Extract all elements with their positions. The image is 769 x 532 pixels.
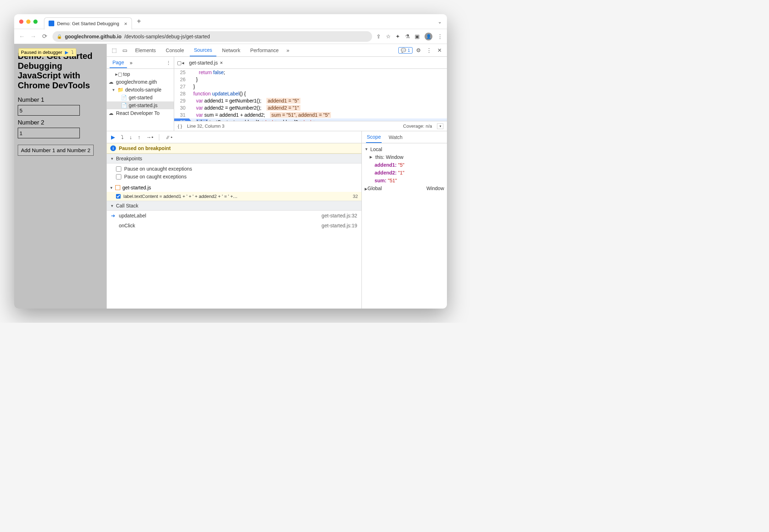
editor-tab-label: get-started.js <box>189 60 218 66</box>
chrome-menu-button[interactable]: ⋮ <box>437 33 443 40</box>
toolbar-icons: ⇪ ☆ ✦ ⚗ ▣ 👤 ⋮ <box>376 33 443 40</box>
editor-tab-close[interactable]: × <box>220 60 223 66</box>
overlay-resume-button[interactable]: ▶ <box>65 50 68 55</box>
tab-menu-button[interactable]: ⌄ <box>438 19 442 24</box>
share-icon[interactable]: ⇪ <box>376 33 381 40</box>
page-heading: Demo: Get Started Debugging JavaScript w… <box>18 51 103 90</box>
devtools-close-button[interactable]: ✕ <box>435 46 444 55</box>
code-editor: ▢◂ get-started.js × 25 return false; 26 … <box>174 57 447 131</box>
callstack-header[interactable]: ▼Call Stack <box>107 201 361 211</box>
nav-more-tabs[interactable]: » <box>130 60 133 66</box>
tab-sources[interactable]: Sources <box>190 44 216 56</box>
step-out-button[interactable]: ↑ <box>138 134 141 140</box>
nav-tab-page[interactable]: Page <box>110 57 127 68</box>
nav-menu-button[interactable]: ⋮ <box>166 60 171 66</box>
tab-title: Demo: Get Started Debugging <box>57 21 119 26</box>
resume-button[interactable]: ▶ <box>111 134 115 140</box>
close-tab-button[interactable]: × <box>124 21 127 27</box>
messages-badge[interactable]: 💬 1 <box>398 47 413 54</box>
tab-performance[interactable]: Performance <box>246 45 283 56</box>
device-toggle-icon[interactable]: ▭ <box>120 46 129 55</box>
tab-console[interactable]: Console <box>161 45 188 56</box>
tree-folder[interactable]: ▼📁devtools-sample <box>107 86 174 94</box>
tab-elements[interactable]: Elements <box>131 45 160 56</box>
tree-react[interactable]: ☁React Developer To <box>107 109 174 117</box>
sources-top: Page » ⋮ ▸▢top ☁googlechrome.gith ▼📁devt… <box>107 57 447 131</box>
tree-top[interactable]: ▸▢top <box>107 70 174 78</box>
side-panel-icon[interactable]: ▣ <box>415 33 420 40</box>
editor-status-bar: { } Line 32, Column 3 Coverage: n/a ▾ <box>174 121 447 131</box>
back-button[interactable]: ← <box>18 33 26 40</box>
breakpoints-header[interactable]: ▼Breakpoints <box>107 154 361 164</box>
scope-addend2: addend2: "1" <box>365 169 444 177</box>
add-button[interactable]: Add Number 1 and Number 2 <box>18 145 94 156</box>
omnibox[interactable]: 🔒 googlechrome.github.io/devtools-sample… <box>52 31 372 42</box>
code-area[interactable]: 25 return false; 26 } 27} 28function upd… <box>174 69 447 121</box>
labs-icon[interactable]: ⚗ <box>405 33 410 40</box>
pause-caught-checkbox[interactable]: Pause on caught exceptions <box>116 173 358 181</box>
scope-watch-tabs: Scope Watch <box>362 131 447 143</box>
tree-file-html[interactable]: 📄get-started <box>107 94 174 101</box>
number2-input[interactable] <box>18 128 80 138</box>
callstack-frame-0[interactable]: ➔updateLabelget-started.js:32 <box>107 211 361 221</box>
breakpoint-text: label.textContent = addend1 + ' + ' + ad… <box>123 194 238 199</box>
pretty-print-icon[interactable]: { } <box>178 123 182 129</box>
url-host: googlechrome.github.io <box>65 34 121 39</box>
step-button[interactable]: →• <box>146 134 153 140</box>
editor-tab[interactable]: get-started.js × <box>188 59 224 67</box>
content-area: Paused in debugger ▶ ⤵ Demo: Get Started… <box>14 44 447 309</box>
reload-button[interactable]: ⟳ <box>41 33 48 40</box>
close-window-button[interactable] <box>19 20 23 24</box>
cursor-position: Line 32, Column 3 <box>187 123 225 129</box>
bookmark-icon[interactable]: ☆ <box>386 33 391 40</box>
breakpoint-line[interactable]: label.textContent = addend1 + ' + ' + ad… <box>107 192 361 201</box>
extensions-icon[interactable]: ✦ <box>395 33 400 40</box>
tab-watch[interactable]: Watch <box>388 132 403 143</box>
devtools-body: Page » ⋮ ▸▢top ☁googlechrome.gith ▼📁devt… <box>107 57 447 309</box>
number2-label: Number 2 <box>18 119 103 126</box>
browser-tab[interactable]: Demo: Get Started Debugging × <box>44 17 132 29</box>
number1-input[interactable] <box>18 105 80 116</box>
new-tab-button[interactable]: + <box>137 17 141 26</box>
debugger-toolbar: ▶ ⤵ ↓ ↑ →• ⫽▸ <box>107 131 361 143</box>
forward-button[interactable]: → <box>30 33 37 40</box>
callstack-frame-1[interactable]: ➔onClickget-started.js:19 <box>107 221 361 231</box>
coverage-dropdown[interactable]: ▾ <box>437 123 443 129</box>
deactivate-breakpoints-button[interactable]: ⫽▸ <box>165 134 173 140</box>
overlay-step-button[interactable]: ⤵ <box>71 50 74 55</box>
browser-window: Demo: Get Started Debugging × + ⌄ ← → ⟳ … <box>14 14 447 309</box>
settings-icon[interactable]: ⚙ <box>414 46 423 55</box>
scope-this[interactable]: ▶this: Window <box>365 153 444 161</box>
window-controls <box>19 20 38 24</box>
editor-tabs: ▢◂ get-started.js × <box>174 57 447 69</box>
scope-global[interactable]: ▶GlobalWindow <box>365 184 444 193</box>
coverage-label: Coverage: n/a <box>403 123 432 129</box>
tab-network[interactable]: Network <box>218 45 244 56</box>
breakpoints-body: Pause on uncaught exceptions Pause on ca… <box>107 164 361 183</box>
devtools-menu-button[interactable]: ⋮ <box>424 46 434 55</box>
minimize-window-button[interactable] <box>26 20 31 24</box>
scope-local[interactable]: ▼Local <box>365 145 444 153</box>
more-tabs-button[interactable]: » <box>284 46 292 55</box>
paused-overlay: Paused in debugger ▶ ⤵ <box>18 48 76 56</box>
tab-scope[interactable]: Scope <box>366 132 382 143</box>
breakpoint-checkbox[interactable] <box>116 194 121 199</box>
tree-file-js[interactable]: 📄get-started.js <box>107 101 174 109</box>
paused-overlay-label: Paused in debugger <box>21 50 62 55</box>
breakpoint-line-number: 32 <box>353 194 358 199</box>
navigator-tabs: Page » ⋮ <box>107 57 174 69</box>
toggle-navigator-icon[interactable]: ▢◂ <box>177 60 184 66</box>
current-line: 32 label.textContent = addend1 + ' + ' +… <box>174 118 447 121</box>
info-icon: i <box>110 145 116 151</box>
breakpoint-file[interactable]: ▼get-started.js <box>107 183 361 192</box>
inspect-icon[interactable]: ⬚ <box>110 46 119 55</box>
breakpoint-icon <box>115 185 120 190</box>
step-over-button[interactable]: ⤵ <box>121 134 124 140</box>
url-path: /devtools-samples/debug-js/get-started <box>124 34 210 39</box>
tree-domain[interactable]: ☁googlechrome.gith <box>107 78 174 86</box>
address-bar: ← → ⟳ 🔒 googlechrome.github.io/devtools-… <box>14 29 447 44</box>
maximize-window-button[interactable] <box>33 20 38 24</box>
step-into-button[interactable]: ↓ <box>129 134 132 140</box>
pause-uncaught-checkbox[interactable]: Pause on uncaught exceptions <box>116 165 358 173</box>
profile-avatar[interactable]: 👤 <box>425 33 432 40</box>
